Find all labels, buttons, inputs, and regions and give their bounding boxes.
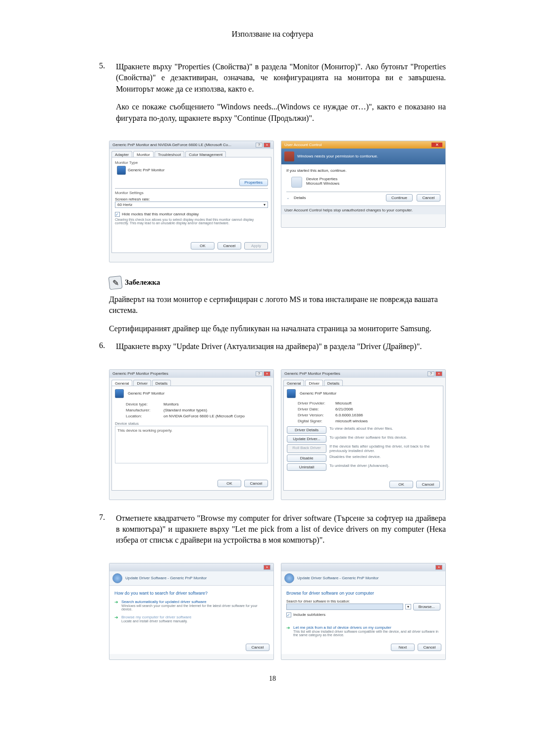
manufacturer-value: (Standard monitor types)	[163, 408, 207, 412]
tab-troubleshoot[interactable]: Troubleshoot	[155, 151, 184, 157]
cancel-button[interactable]: Cancel	[416, 481, 440, 488]
device-name: Generic PnP Monitor	[300, 391, 336, 396]
location-value: on NVIDIA GeForce 6600 LE (Microsoft Cor…	[163, 414, 245, 418]
option-browse-computer[interactable]: ➔ Browse my computer for driver software…	[114, 615, 268, 623]
device-status-label: Device status	[115, 421, 268, 426]
include-subfolders-label: Include subfolders	[293, 612, 325, 617]
dialog-title: Generic PnP Monitor Properties	[112, 371, 168, 376]
tab-driver[interactable]: Driver	[305, 380, 322, 386]
tab-color-management[interactable]: Color Management	[185, 151, 226, 157]
wizard-heading: Browse for driver software on your compu…	[286, 591, 440, 596]
include-subfolders-checkbox[interactable]	[286, 612, 291, 617]
option-desc: Windows will search your computer and th…	[121, 604, 268, 611]
option-search-automatically[interactable]: ➔ Search automatically for updated drive…	[114, 600, 268, 611]
breadcrumb: Update Driver Software - Generic PnP Mon…	[297, 576, 378, 580]
step-7: 7. Отметнете квадратчето "Browse my comp…	[99, 513, 446, 553]
monitor-icon	[115, 389, 124, 398]
back-button[interactable]	[284, 573, 294, 583]
cancel-button[interactable]: Cancel	[418, 644, 441, 651]
step-5-para-2: Ако се покаже съобщението "Windows needs…	[116, 101, 446, 124]
chevron-down-icon: ▾	[264, 202, 266, 207]
manufacturer-label: Manufacturer:	[126, 408, 160, 412]
shield-icon	[284, 151, 294, 161]
next-button[interactable]: Next	[391, 644, 415, 651]
option-desc: This list will show installed driver sof…	[293, 630, 440, 637]
option-let-me-pick[interactable]: ➔ Let me pick from a list of device driv…	[286, 625, 440, 637]
dialog-title: Generic PnP Monitor and NVIDIA GeForce 6…	[112, 143, 231, 147]
cancel-button[interactable]: Cancel	[217, 242, 241, 250]
driver-version-label: Driver Version:	[298, 413, 332, 417]
note-icon: ✎	[108, 276, 123, 290]
device-properties-label: Device Properties	[306, 177, 339, 181]
roll-back-desc: If the device fails after updating the d…	[329, 444, 440, 453]
help-icon[interactable]: ?	[256, 143, 263, 148]
driver-version-value: 6.0.6000.16386	[335, 413, 363, 417]
monitor-properties-dialog: Generic PnP Monitor and NVIDIA GeForce 6…	[109, 141, 274, 262]
tab-monitor[interactable]: Monitor	[133, 151, 154, 157]
step-number: 7.	[99, 513, 116, 553]
hide-modes-help: Clearing this check box allows you to se…	[115, 218, 268, 225]
ok-button[interactable]: OK	[217, 480, 241, 487]
monitor-type-label: Monitor Type	[115, 160, 268, 165]
update-driver-wizard-2: × Update Driver Software - Generic PnP M…	[281, 563, 446, 660]
cancel-button[interactable]: Cancel	[417, 194, 440, 202]
step-5-para-1: Щракнете върху "Properties (Свойства)" в…	[116, 61, 446, 95]
path-input[interactable]	[286, 604, 403, 610]
option-title: Browse my computer for driver software	[121, 615, 191, 619]
search-location-label: Search for driver software in this locat…	[286, 600, 440, 603]
step-number: 6.	[99, 341, 116, 359]
uninstall-button[interactable]: Uninstall	[287, 463, 326, 471]
tab-general[interactable]: General	[283, 380, 304, 386]
properties-button[interactable]: Properties	[239, 179, 268, 186]
close-icon[interactable]: ×	[264, 143, 270, 148]
ok-button[interactable]: OK	[389, 481, 413, 488]
driver-details-desc: To view details about the driver files.	[329, 426, 393, 434]
wizard-heading: How do you want to search for driver sof…	[114, 591, 268, 596]
hide-modes-checkbox[interactable]	[115, 212, 120, 217]
monitor-settings-label: Monitor Settings	[115, 191, 268, 195]
page-header: Използване на софтуера	[99, 30, 446, 39]
details-button[interactable]: Details	[294, 196, 382, 200]
monitor-icon	[117, 166, 126, 175]
close-icon[interactable]: ✕	[431, 143, 442, 147]
tab-general[interactable]: General	[111, 380, 132, 386]
cancel-button[interactable]: Cancel	[246, 644, 269, 651]
note-para-1: Драйверът на този монитор е сертифициран…	[109, 294, 446, 316]
step-7-text: Отметнете квадратчето "Browse my compute…	[116, 513, 446, 546]
uac-instruction: If you started this action, continue.	[286, 168, 440, 173]
close-icon[interactable]: ×	[264, 565, 270, 570]
back-button[interactable]	[112, 573, 122, 583]
browse-button[interactable]: Browse...	[413, 603, 440, 610]
roll-back-button: Roll Back Driver	[287, 444, 326, 453]
publisher-label: Microsoft Windows	[306, 181, 339, 186]
close-icon[interactable]: ×	[435, 371, 442, 376]
tab-driver[interactable]: Driver	[133, 380, 151, 386]
step-6: 6. Щракнете върху "Update Driver (Актуал…	[99, 341, 446, 359]
help-icon[interactable]: ?	[256, 371, 263, 376]
update-driver-button[interactable]: Update Driver...	[287, 435, 326, 443]
close-icon[interactable]: ×	[264, 371, 270, 376]
refresh-rate-select[interactable]: 60 Hertz▾	[115, 202, 268, 208]
digital-signer-value: microsoft windows	[335, 419, 368, 423]
tab-details[interactable]: Details	[152, 380, 171, 386]
tab-adapter[interactable]: Adapter	[111, 151, 132, 157]
driver-provider-label: Driver Provider:	[298, 401, 332, 405]
disable-button[interactable]: Disable	[287, 454, 326, 462]
cancel-button[interactable]: Cancel	[244, 480, 268, 487]
ok-button[interactable]: OK	[191, 242, 214, 250]
uac-dialog: User Account Control ✕ Windows needs you…	[281, 141, 446, 228]
continue-button[interactable]: Continue	[386, 194, 413, 202]
driver-provider-value: Microsoft	[335, 401, 351, 405]
device-icon	[291, 177, 302, 188]
option-desc: Locate and install driver software manua…	[121, 619, 191, 623]
chevron-down-icon[interactable]: ▾	[405, 604, 411, 609]
note-heading: ✎ Забележка	[109, 276, 446, 289]
tab-details[interactable]: Details	[324, 380, 343, 386]
close-icon[interactable]: ×	[435, 565, 442, 570]
help-icon[interactable]: ?	[428, 371, 434, 376]
device-status-text: This device is working properly.	[117, 428, 172, 433]
dialog-title: User Account Control	[284, 143, 322, 147]
arrow-icon: ➔	[114, 615, 118, 623]
apply-button: Apply	[244, 242, 268, 250]
driver-details-button[interactable]: Driver Details	[287, 426, 326, 434]
